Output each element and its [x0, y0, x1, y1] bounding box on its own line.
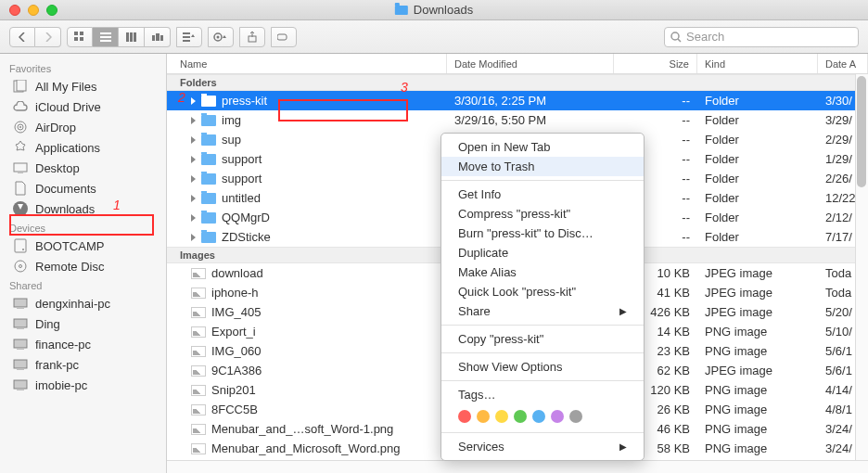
svg-rect-9: [134, 32, 136, 42]
svg-point-29: [22, 249, 24, 250]
tag-color-dot[interactable]: [532, 410, 545, 423]
column-view-button[interactable]: [119, 27, 145, 47]
file-name: sup: [222, 133, 241, 147]
sidebar-item-dengxinhai-pc[interactable]: dengxinhai-pc: [0, 293, 166, 313]
cell-kind: Folder: [697, 94, 818, 108]
column-size[interactable]: Size: [614, 54, 697, 73]
sidebar-item-imobie-pc[interactable]: imobie-pc: [0, 375, 166, 395]
sidebar-item-remote-disc[interactable]: Remote Disc: [0, 256, 166, 276]
tag-color-dot[interactable]: [569, 410, 582, 423]
menu-item-burn-press-kit-to-disc-[interactable]: Burn "press-kit" to Disc…: [441, 224, 644, 243]
disclosure-triangle-icon[interactable]: [191, 97, 196, 105]
action-button[interactable]: [208, 27, 234, 47]
list-view-button[interactable]: [93, 27, 119, 47]
tag-color-dot[interactable]: [495, 410, 508, 423]
disclosure-triangle-icon[interactable]: [191, 234, 196, 241]
disclosure-triangle-icon[interactable]: [191, 195, 196, 202]
svg-rect-3: [80, 37, 83, 41]
disclosure-triangle-icon[interactable]: [191, 136, 196, 144]
svg-rect-12: [160, 35, 163, 41]
sidebar-item-frank-pc[interactable]: frank-pc: [0, 354, 166, 375]
file-name: IMG_405: [211, 305, 261, 319]
remote-disc-icon: [13, 259, 28, 274]
menu-item-share[interactable]: Share▶: [441, 301, 644, 321]
menu-item-quick-look-press-kit-[interactable]: Quick Look "press-kit": [441, 282, 644, 301]
sidebar-item-bootcamp[interactable]: BOOTCAMP: [0, 236, 166, 256]
svg-rect-7: [126, 32, 129, 42]
menu-item-move-to-trash[interactable]: Move to Trash: [441, 157, 644, 176]
horizontal-scrollbar[interactable]: [167, 460, 868, 473]
sidebar-item-label: frank-pc: [35, 358, 79, 372]
folder-icon: [201, 115, 216, 126]
disclosure-triangle-icon[interactable]: [191, 214, 196, 222]
arrange-button[interactable]: [176, 27, 202, 47]
menu-item-show-view-options[interactable]: Show View Options: [441, 357, 644, 377]
tag-color-dot[interactable]: [458, 410, 471, 423]
menu-item-copy-press-kit-[interactable]: Copy "press-kit": [441, 329, 644, 349]
sidebar-item-airdrop[interactable]: AirDrop: [0, 117, 166, 137]
cell-kind: JPEG image: [697, 364, 818, 377]
file-name: support: [222, 152, 262, 166]
forward-button[interactable]: [35, 27, 61, 47]
sidebar-item-icloud-drive[interactable]: iCloud Drive: [0, 96, 166, 117]
file-row[interactable]: img3/29/16, 5:50 PM--Folder3/29/: [167, 110, 868, 130]
coverflow-view-button[interactable]: [145, 27, 171, 47]
menu-separator: [441, 352, 644, 353]
sidebar-item-label: finance-pc: [35, 338, 91, 352]
cell-kind: Folder: [697, 191, 818, 205]
column-date-added[interactable]: Date A: [818, 54, 868, 73]
tag-color-dot[interactable]: [551, 410, 564, 423]
sidebar-item-applications[interactable]: Applications: [0, 137, 166, 158]
disclosure-triangle-icon[interactable]: [191, 117, 196, 124]
menu-item-label: Get Info: [458, 187, 501, 201]
sidebar-item-finance-pc[interactable]: finance-pc: [0, 334, 166, 354]
svg-rect-2: [74, 37, 78, 41]
zoom-window-button[interactable]: [46, 5, 57, 16]
back-button[interactable]: [9, 27, 35, 47]
column-name[interactable]: Name: [167, 54, 447, 73]
sidebar-item-desktop[interactable]: Desktop: [0, 158, 166, 178]
column-date-modified[interactable]: Date Modified: [447, 54, 614, 73]
sidebar-item-all-my-files[interactable]: All My Files: [0, 76, 166, 96]
vertical-scrollbar[interactable]: [855, 74, 868, 460]
cell-kind: JPEG image: [697, 266, 818, 280]
svg-point-25: [19, 126, 21, 128]
cell-size: --: [614, 113, 697, 127]
share-button[interactable]: [239, 27, 265, 47]
search-input[interactable]: Search: [664, 27, 859, 47]
sidebar-item-documents[interactable]: Documents: [0, 178, 166, 198]
submenu-arrow-icon: ▶: [619, 441, 627, 452]
cell-kind: Folder: [697, 211, 818, 224]
tag-color-dot[interactable]: [514, 410, 527, 423]
image-icon: [191, 385, 206, 396]
disclosure-triangle-icon[interactable]: [191, 175, 196, 183]
menu-item-services[interactable]: Services▶: [441, 437, 644, 456]
menu-item-get-info[interactable]: Get Info: [441, 185, 644, 204]
tag-color-picker: [441, 404, 644, 428]
disclosure-triangle-icon[interactable]: [191, 156, 196, 163]
menu-item-make-alias[interactable]: Make Alias: [441, 262, 644, 282]
menu-item-compress-press-kit-[interactable]: Compress "press-kit": [441, 204, 644, 224]
cell-date: 3/30/16, 2:25 PM: [447, 94, 614, 108]
sidebar-item-downloads[interactable]: Downloads: [0, 198, 166, 219]
svg-rect-5: [100, 36, 111, 38]
svg-rect-33: [14, 299, 27, 307]
cell-kind: Folder: [697, 172, 818, 185]
menu-item-open-in-new-tab[interactable]: Open in New Tab: [441, 137, 644, 157]
menu-item-tags-[interactable]: Tags…: [441, 385, 644, 404]
menu-item-label: Move to Trash: [458, 160, 534, 173]
tag-color-dot[interactable]: [477, 410, 490, 423]
documents-icon: [13, 181, 28, 196]
column-kind[interactable]: Kind: [697, 54, 818, 73]
sidebar-item-ding[interactable]: Ding: [0, 313, 166, 334]
icon-view-button[interactable]: [67, 27, 93, 47]
context-menu: Open in New TabMove to TrashGet InfoComp…: [440, 133, 645, 461]
tags-button[interactable]: [271, 27, 297, 47]
close-window-button[interactable]: [9, 5, 20, 16]
menu-item-label: Services: [458, 440, 504, 454]
sidebar-item-label: All My Files: [35, 80, 96, 94]
minimize-window-button[interactable]: [28, 5, 39, 16]
file-row[interactable]: press-kit3/30/16, 2:25 PM--Folder3/30/: [167, 91, 868, 110]
menu-item-duplicate[interactable]: Duplicate: [441, 243, 644, 262]
search-placeholder: Search: [686, 30, 724, 44]
